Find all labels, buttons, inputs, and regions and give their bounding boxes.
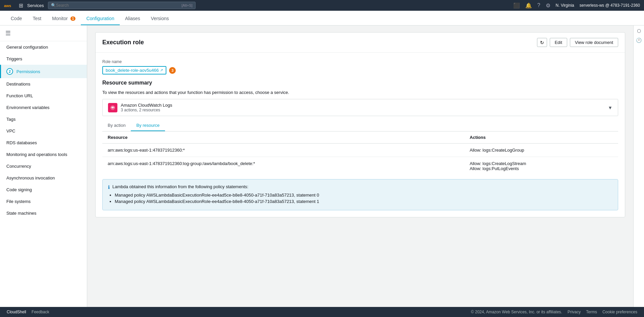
tab-aliases[interactable]: Aliases	[120, 12, 146, 25]
sidebar-item-general-configuration[interactable]: General configuration	[0, 41, 87, 53]
resource-summary-title: Resource summary	[102, 80, 618, 86]
sidebar-item-concurrency[interactable]: Concurrency	[0, 160, 87, 172]
footer: CloudShell Feedback © 2024, Amazon Web S…	[0, 307, 644, 317]
info-icon: ℹ	[108, 184, 110, 190]
execution-role-actions: ↻ Edit View role document	[537, 38, 618, 47]
actions-1: Allow: logs:CreateLogGroup	[464, 144, 618, 157]
sidebar-item-file-systems[interactable]: File systems	[0, 196, 87, 207]
bell-icon[interactable]: 🔔	[525, 2, 532, 9]
help-icon[interactable]: ?	[537, 2, 540, 8]
footer-privacy[interactable]: Privacy	[568, 310, 581, 314]
cloudshell-button[interactable]: CloudShell	[7, 310, 26, 314]
account-selector[interactable]: serverless-ws @ 4783-7191-2360	[580, 3, 640, 8]
right-panel: ⬡ 🕐	[633, 25, 644, 307]
right-panel-icon-2[interactable]: 🕐	[636, 38, 642, 43]
cloudwatch-icon	[108, 103, 117, 112]
service-sub: 3 actions, 2 resources	[121, 108, 172, 112]
search-icon: 🔍	[51, 3, 56, 8]
service-row-left: Amazon CloudWatch Logs 3 actions, 2 reso…	[108, 103, 172, 112]
sidebar-item-permissions[interactable]: 2 Permissions	[0, 65, 87, 78]
footer-right: © 2024, Amazon Web Services, Inc. or its…	[471, 310, 637, 314]
top-navigation: aws ⊞ Services 🔍 [Alt+S] ⬛ 🔔 ? ⚙ N. Virg…	[0, 0, 644, 11]
service-info: Amazon CloudWatch Logs 3 actions, 2 reso…	[121, 103, 172, 112]
chevron-down-icon: ▼	[608, 105, 612, 110]
table-row: arn:aws:logs:us-east-1:478371912360:log-…	[102, 157, 618, 175]
info-box-list: Managed policy AWSLambdaBasicExecutionRo…	[115, 193, 612, 204]
execution-role-body: Role name book_delete-role-aov5u466 ↗ 3 …	[96, 53, 625, 217]
role-name-label: Role name	[102, 59, 618, 64]
grid-icon[interactable]: ⊞	[19, 2, 23, 9]
inner-tab-bar: By action By resource	[102, 120, 618, 131]
permissions-step-badge: 2	[6, 68, 13, 75]
sidebar-item-state-machines[interactable]: State machines	[0, 207, 87, 219]
external-link-icon: ↗	[160, 68, 163, 72]
region-selector[interactable]: N. Virginia	[556, 3, 574, 8]
tab-monitor[interactable]: Monitor 1	[47, 12, 81, 25]
terminal-icon[interactable]: ⬛	[513, 2, 520, 9]
tab-test[interactable]: Test	[27, 12, 47, 25]
tab-by-resource[interactable]: By resource	[131, 120, 165, 131]
view-role-document-button[interactable]: View role document	[570, 38, 618, 47]
sidebar-item-rds-databases[interactable]: RDS databases	[0, 137, 87, 149]
sidebar-item-function-url[interactable]: Function URL	[0, 90, 87, 102]
sidebar-item-code-signing[interactable]: Code signing	[0, 184, 87, 196]
sidebar-item-asynchronous-invocation[interactable]: Asynchronous invocation	[0, 172, 87, 184]
col-actions: Actions	[464, 131, 618, 144]
sidebar-item-destinations[interactable]: Destinations	[0, 78, 87, 90]
search-bar[interactable]: 🔍 [Alt+S]	[48, 2, 196, 9]
footer-copyright: © 2024, Amazon Web Services, Inc. or its…	[471, 310, 562, 314]
edit-button[interactable]: Edit	[550, 38, 567, 47]
monitor-badge: 1	[70, 16, 76, 21]
footer-left: CloudShell Feedback	[7, 310, 49, 314]
tab-bar: Code Test Monitor 1 Configuration Aliase…	[0, 11, 644, 25]
tab-versions[interactable]: Versions	[146, 12, 174, 25]
footer-cookie[interactable]: Cookie preferences	[602, 310, 637, 314]
list-item: Managed policy AWSLambdaBasicExecutionRo…	[115, 193, 612, 198]
service-name: Amazon CloudWatch Logs	[121, 103, 172, 108]
sidebar-item-vpc[interactable]: VPC	[0, 125, 87, 137]
tab-code[interactable]: Code	[5, 12, 27, 25]
sidebar-item-tags[interactable]: Tags	[0, 113, 87, 125]
top-nav-right: ⬛ 🔔 ? ⚙ N. Virginia serverless-ws @ 4783…	[513, 2, 640, 9]
sidebar-toggle[interactable]: ☰	[0, 25, 87, 41]
role-step-badge: 3	[169, 67, 176, 74]
main-content-area: Execution role ↻ Edit View role document…	[87, 25, 633, 307]
resource-summary: Resource summary To view the resources a…	[102, 80, 618, 210]
resource-table: Resource Actions arn:aws:logs:us-east-1:…	[102, 131, 618, 175]
list-item: Managed policy AWSLambdaBasicExecutionRo…	[115, 199, 612, 204]
svg-text:aws: aws	[4, 4, 11, 8]
search-input[interactable]	[56, 3, 179, 8]
actions-2: Allow: logs:CreateLogStream Allow: logs:…	[464, 157, 618, 175]
execution-role-title: Execution role	[102, 39, 144, 46]
main-container: Code Test Monitor 1 Configuration Aliase…	[0, 11, 644, 317]
body-layout: ☰ General configuration Triggers 2 Permi…	[0, 25, 644, 307]
info-box-header: ℹ Lambda obtained this information from …	[108, 184, 612, 190]
sidebar-item-monitoring-operations[interactable]: Monitoring and operations tools	[0, 149, 87, 160]
sidebar-item-environment-variables[interactable]: Environment variables	[0, 102, 87, 113]
role-name-link[interactable]: book_delete-role-aov5u466 ↗	[102, 66, 166, 74]
tab-configuration[interactable]: Configuration	[81, 12, 119, 25]
refresh-button[interactable]: ↻	[537, 38, 547, 47]
feedback-link[interactable]: Feedback	[32, 310, 49, 314]
sidebar-item-triggers[interactable]: Triggers	[0, 53, 87, 65]
services-link[interactable]: Services	[27, 3, 44, 8]
execution-role-card: Execution role ↻ Edit View role document…	[95, 32, 625, 217]
resource-arn-2: arn:aws:logs:us-east-1:478371912360:log-…	[102, 157, 464, 175]
svg-point-2	[112, 107, 113, 108]
col-resource: Resource	[102, 131, 464, 144]
sidebar: ☰ General configuration Triggers 2 Permi…	[0, 25, 87, 307]
aws-logo[interactable]: aws	[4, 2, 15, 9]
right-panel-icon-1[interactable]: ⬡	[637, 28, 641, 34]
service-row[interactable]: Amazon CloudWatch Logs 3 actions, 2 reso…	[102, 99, 618, 116]
describe-text: To view the resources and actions that y…	[102, 90, 618, 95]
search-shortcut: [Alt+S]	[181, 3, 193, 7]
settings-icon[interactable]: ⚙	[546, 2, 550, 9]
footer-terms[interactable]: Terms	[586, 310, 597, 314]
resource-arn-1: arn:aws:logs:us-east-1:478371912360:*	[102, 144, 464, 157]
table-row: arn:aws:logs:us-east-1:478371912360:* Al…	[102, 144, 618, 157]
execution-role-header: Execution role ↻ Edit View role document	[96, 33, 625, 53]
tab-by-action[interactable]: By action	[102, 120, 131, 131]
info-box: ℹ Lambda obtained this information from …	[102, 179, 618, 210]
